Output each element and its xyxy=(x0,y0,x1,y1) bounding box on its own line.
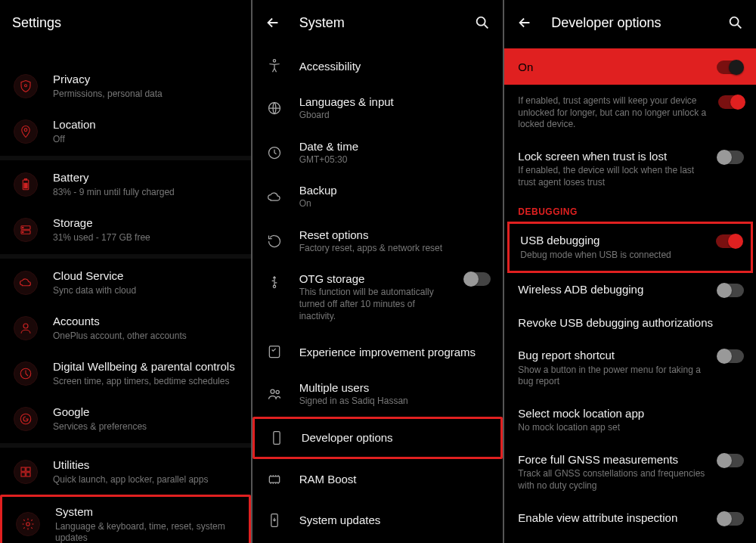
viewattr-toggle[interactable] xyxy=(718,512,744,526)
update-icon xyxy=(266,512,283,529)
system-item-backup[interactable]: BackupOn xyxy=(253,175,503,219)
sub: OnePlus account, other accounts xyxy=(53,330,239,343)
system-item-ramboost[interactable]: RAM Boost xyxy=(253,459,503,500)
label: Multiple users xyxy=(299,381,491,394)
accessibility-icon xyxy=(266,57,283,74)
svg-rect-4 xyxy=(23,183,27,189)
system-panel: System Accessibility Languages & inputGb… xyxy=(253,0,503,543)
label: Enable view attribute inspection xyxy=(518,510,708,526)
sub: Screen time, app timers, bedtime schedul… xyxy=(53,376,239,388)
dev-item-debugapp[interactable]: Select debug app No debug application se… xyxy=(504,535,756,543)
back-button[interactable] xyxy=(265,14,281,31)
label: Accounts xyxy=(53,314,239,329)
developer-on-toggle[interactable] xyxy=(717,61,742,74)
dev-item-revoke[interactable]: Revoke USB debugging authorizations xyxy=(504,306,756,340)
settings-item-google[interactable]: GoogleServices & preferences xyxy=(0,396,251,442)
settings-list: PrivacyPermissions, personal data Locati… xyxy=(0,64,251,543)
svg-rect-25 xyxy=(274,431,280,444)
settings-item-wellbeing[interactable]: Digital Wellbeing & parental controlsScr… xyxy=(0,351,251,396)
sub: On xyxy=(299,198,491,210)
wellbeing-icon xyxy=(14,361,38,386)
label: Cloud Service xyxy=(53,268,239,284)
dev-item-bugreport[interactable]: Bug report shortcut Show a button in the… xyxy=(504,339,756,397)
cloud-icon xyxy=(266,188,283,205)
sub: No mock location app set xyxy=(518,422,744,434)
label: USB debugging xyxy=(520,233,705,248)
system-item-languages[interactable]: Languages & inputGboard xyxy=(253,86,503,131)
system-item-updates[interactable]: System updates xyxy=(253,500,503,541)
settings-item-cloud[interactable]: Cloud ServiceSync data with cloud xyxy=(0,260,251,306)
dev-item-usb-debugging[interactable]: USB debugging Debug mode when USB is con… xyxy=(510,224,751,270)
settings-item-system[interactable]: SystemLanguage & keyboard, time, reset, … xyxy=(0,495,251,543)
system-list: Accessibility Languages & inputGboard Da… xyxy=(253,45,503,543)
svg-rect-22 xyxy=(269,346,279,358)
search-button[interactable] xyxy=(474,14,491,31)
svg-point-0 xyxy=(25,85,27,87)
sub: Services & preferences xyxy=(53,421,239,433)
dev-item-lockscreen[interactable]: Lock screen when trust is lost If enable… xyxy=(504,140,756,198)
location-icon xyxy=(14,119,38,144)
trust-toggle[interactable] xyxy=(718,95,744,109)
system-item-devoptions[interactable]: Developer options xyxy=(253,417,503,459)
system-item-experience[interactable]: Experience improvement programs xyxy=(253,331,503,372)
label: Lock screen when trust is lost xyxy=(518,149,708,164)
system-item-accessibility[interactable]: Accessibility xyxy=(253,45,503,86)
wireless-toggle[interactable] xyxy=(718,284,744,297)
sub: Sync data with cloud xyxy=(53,285,239,297)
label: Backup xyxy=(299,184,491,197)
developer-panel: Developer options On If enabled, trust a… xyxy=(504,0,756,543)
gnss-toggle[interactable] xyxy=(718,454,744,467)
page-title: Settings xyxy=(12,15,239,31)
label: Languages & input xyxy=(299,95,491,108)
label: Storage xyxy=(53,216,239,231)
system-item-datetime[interactable]: Date & timeGMT+05:30 xyxy=(253,131,503,175)
system-item-multiusers[interactable]: Multiple usersSigned in as Sadiq Hassan xyxy=(253,372,503,417)
sub: This function will be automatically turn… xyxy=(299,287,449,322)
dev-item-mocklocation[interactable]: Select mock location app No mock locatio… xyxy=(504,397,756,443)
otg-toggle[interactable] xyxy=(465,272,491,286)
clock-icon xyxy=(266,144,283,161)
sub: Factory reset, apps & network reset xyxy=(299,243,491,255)
settings-item-battery[interactable]: Battery83% - 9 min until fully charged xyxy=(0,162,251,207)
dev-item-trust-agents[interactable]: If enabled, trust agents will keep your … xyxy=(504,85,756,140)
svg-point-7 xyxy=(23,227,24,228)
label: Reset options xyxy=(299,228,491,241)
svg-rect-14 xyxy=(21,473,25,476)
lock-toggle[interactable] xyxy=(718,150,744,164)
settings-item-utilities[interactable]: UtilitiesQuick launch, app locker, paral… xyxy=(0,449,251,495)
sub: Gboard xyxy=(299,110,491,122)
page-title: System xyxy=(299,15,457,31)
sub: Debug mode when USB is connected xyxy=(520,250,705,262)
svg-rect-12 xyxy=(21,467,25,471)
usb-icon xyxy=(266,274,283,290)
system-item-reset[interactable]: Reset optionsFactory reset, apps & netwo… xyxy=(253,219,503,264)
dev-item-gnss[interactable]: Force full GNSS measurements Track all G… xyxy=(504,443,756,501)
sub: Track all GNSS constellations and freque… xyxy=(518,468,708,492)
dev-item-viewattr[interactable]: Enable view attribute inspection xyxy=(504,501,756,535)
svg-point-23 xyxy=(271,390,274,394)
bugreport-toggle[interactable] xyxy=(718,349,744,363)
search-button[interactable] xyxy=(727,14,744,31)
label: Revoke USB debugging authorizations xyxy=(518,315,744,330)
svg-point-1 xyxy=(24,129,27,132)
label: Force full GNSS measurements xyxy=(518,452,708,467)
svg-point-18 xyxy=(477,17,485,26)
sub: Off xyxy=(53,134,239,146)
settings-item-storage[interactable]: Storage31% used - 177 GB free xyxy=(0,207,251,253)
label: Privacy xyxy=(53,72,239,87)
label: Utilities xyxy=(53,458,239,473)
shield-icon xyxy=(14,74,38,98)
settings-item-privacy[interactable]: PrivacyPermissions, personal data xyxy=(0,64,251,109)
sub: Language & keyboard, time, reset, system… xyxy=(55,521,237,544)
system-item-otg[interactable]: OTG storageThis function will be automat… xyxy=(253,263,503,331)
svg-point-24 xyxy=(276,391,279,394)
svg-point-28 xyxy=(730,17,739,26)
back-button[interactable] xyxy=(516,14,533,31)
svg-rect-26 xyxy=(269,476,279,482)
settings-item-accounts[interactable]: AccountsOnePlus account, other accounts xyxy=(0,306,251,351)
settings-item-location[interactable]: LocationOff xyxy=(0,109,251,154)
usb-toggle[interactable] xyxy=(716,234,742,248)
dev-item-wireless-adb[interactable]: Wireless ADB debugging xyxy=(504,273,756,306)
label: System updates xyxy=(299,514,491,526)
svg-rect-15 xyxy=(26,473,30,476)
